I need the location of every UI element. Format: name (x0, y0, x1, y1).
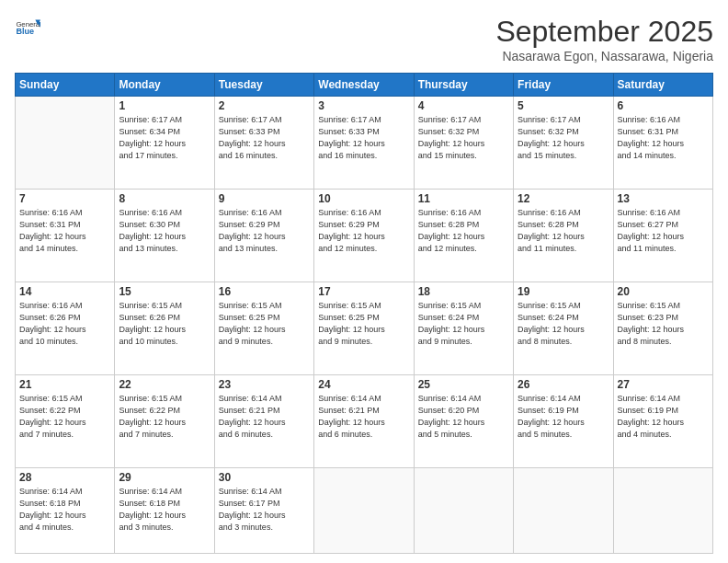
day-info: Sunrise: 6:15 AM Sunset: 6:24 PM Dayligh… (418, 300, 509, 348)
calendar-cell: 26Sunrise: 6:14 AM Sunset: 6:19 PM Dayli… (514, 375, 613, 468)
day-number: 1 (119, 99, 210, 112)
calendar-cell: 2Sunrise: 6:17 AM Sunset: 6:33 PM Daylig… (214, 97, 313, 190)
day-info: Sunrise: 6:14 AM Sunset: 6:20 PM Dayligh… (418, 393, 509, 441)
calendar-cell (613, 468, 712, 554)
day-number: 7 (19, 192, 110, 205)
calendar-cell: 11Sunrise: 6:16 AM Sunset: 6:28 PM Dayli… (414, 190, 513, 282)
day-info: Sunrise: 6:15 AM Sunset: 6:22 PM Dayligh… (119, 393, 210, 441)
calendar-cell: 4Sunrise: 6:17 AM Sunset: 6:32 PM Daylig… (414, 97, 513, 190)
calendar-cell: 14Sunrise: 6:16 AM Sunset: 6:26 PM Dayli… (16, 282, 115, 375)
calendar-cell: 13Sunrise: 6:16 AM Sunset: 6:27 PM Dayli… (613, 190, 712, 282)
day-header-tuesday: Tuesday (214, 74, 313, 97)
calendar-week-2: 7Sunrise: 6:16 AM Sunset: 6:31 PM Daylig… (16, 190, 713, 282)
day-info: Sunrise: 6:17 AM Sunset: 6:34 PM Dayligh… (119, 114, 210, 162)
day-number: 22 (119, 378, 210, 391)
day-info: Sunrise: 6:16 AM Sunset: 6:31 PM Dayligh… (618, 114, 709, 162)
day-number: 6 (618, 99, 709, 112)
day-info: Sunrise: 6:17 AM Sunset: 6:32 PM Dayligh… (418, 114, 509, 162)
day-info: Sunrise: 6:15 AM Sunset: 6:23 PM Dayligh… (618, 300, 709, 348)
calendar-cell: 24Sunrise: 6:14 AM Sunset: 6:21 PM Dayli… (314, 375, 414, 468)
day-header-friday: Friday (514, 74, 613, 97)
day-info: Sunrise: 6:16 AM Sunset: 6:28 PM Dayligh… (418, 207, 509, 255)
day-number: 5 (518, 99, 609, 112)
calendar-week-5: 28Sunrise: 6:14 AM Sunset: 6:18 PM Dayli… (16, 468, 713, 554)
day-info: Sunrise: 6:17 AM Sunset: 6:32 PM Dayligh… (518, 114, 609, 162)
page: General Blue September 2025 Nasarawa Ego… (0, 0, 728, 563)
calendar-cell: 16Sunrise: 6:15 AM Sunset: 6:25 PM Dayli… (214, 282, 313, 375)
day-info: Sunrise: 6:15 AM Sunset: 6:22 PM Dayligh… (19, 393, 110, 441)
day-number: 27 (618, 378, 709, 391)
calendar-cell: 28Sunrise: 6:14 AM Sunset: 6:18 PM Dayli… (16, 468, 115, 554)
day-info: Sunrise: 6:15 AM Sunset: 6:25 PM Dayligh… (318, 300, 409, 348)
day-info: Sunrise: 6:15 AM Sunset: 6:25 PM Dayligh… (219, 300, 310, 348)
calendar-cell: 8Sunrise: 6:16 AM Sunset: 6:30 PM Daylig… (115, 190, 214, 282)
calendar-cell: 21Sunrise: 6:15 AM Sunset: 6:22 PM Dayli… (16, 375, 115, 468)
day-info: Sunrise: 6:14 AM Sunset: 6:17 PM Dayligh… (219, 486, 310, 534)
day-info: Sunrise: 6:14 AM Sunset: 6:18 PM Dayligh… (119, 486, 210, 534)
day-number: 25 (418, 378, 509, 391)
calendar-cell: 20Sunrise: 6:15 AM Sunset: 6:23 PM Dayli… (613, 282, 712, 375)
day-number: 11 (418, 192, 509, 205)
calendar-cell: 23Sunrise: 6:14 AM Sunset: 6:21 PM Dayli… (214, 375, 313, 468)
calendar-cell: 5Sunrise: 6:17 AM Sunset: 6:32 PM Daylig… (514, 97, 613, 190)
day-number: 18 (418, 285, 509, 298)
calendar-cell (414, 468, 513, 554)
calendar-cell: 3Sunrise: 6:17 AM Sunset: 6:33 PM Daylig… (314, 97, 414, 190)
day-info: Sunrise: 6:14 AM Sunset: 6:19 PM Dayligh… (518, 393, 609, 441)
day-info: Sunrise: 6:17 AM Sunset: 6:33 PM Dayligh… (318, 114, 409, 162)
day-number: 20 (618, 285, 709, 298)
day-info: Sunrise: 6:16 AM Sunset: 6:31 PM Dayligh… (19, 207, 110, 255)
day-info: Sunrise: 6:15 AM Sunset: 6:24 PM Dayligh… (518, 300, 609, 348)
location-subtitle: Nasarawa Egon, Nassarawa, Nigeria (495, 49, 713, 63)
day-number: 21 (19, 378, 110, 391)
calendar-week-3: 14Sunrise: 6:16 AM Sunset: 6:26 PM Dayli… (16, 282, 713, 375)
day-number: 19 (518, 285, 609, 298)
calendar-cell (514, 468, 613, 554)
logo-icon: General Blue (15, 15, 40, 40)
day-number: 10 (318, 192, 409, 205)
day-info: Sunrise: 6:16 AM Sunset: 6:28 PM Dayligh… (518, 207, 609, 255)
calendar-cell: 22Sunrise: 6:15 AM Sunset: 6:22 PM Dayli… (115, 375, 214, 468)
day-number: 8 (119, 192, 210, 205)
day-info: Sunrise: 6:14 AM Sunset: 6:18 PM Dayligh… (19, 486, 110, 534)
calendar-week-4: 21Sunrise: 6:15 AM Sunset: 6:22 PM Dayli… (16, 375, 713, 468)
day-number: 9 (219, 192, 310, 205)
day-info: Sunrise: 6:16 AM Sunset: 6:26 PM Dayligh… (19, 300, 110, 348)
calendar-cell: 9Sunrise: 6:16 AM Sunset: 6:29 PM Daylig… (214, 190, 313, 282)
calendar-cell: 17Sunrise: 6:15 AM Sunset: 6:25 PM Dayli… (314, 282, 414, 375)
calendar-cell: 10Sunrise: 6:16 AM Sunset: 6:29 PM Dayli… (314, 190, 414, 282)
day-info: Sunrise: 6:16 AM Sunset: 6:29 PM Dayligh… (318, 207, 409, 255)
day-number: 15 (119, 285, 210, 298)
calendar-cell: 29Sunrise: 6:14 AM Sunset: 6:18 PM Dayli… (115, 468, 214, 554)
day-header-saturday: Saturday (613, 74, 712, 97)
calendar-week-1: 1Sunrise: 6:17 AM Sunset: 6:34 PM Daylig… (16, 97, 713, 190)
day-number: 2 (219, 99, 310, 112)
calendar-cell: 15Sunrise: 6:15 AM Sunset: 6:26 PM Dayli… (115, 282, 214, 375)
day-info: Sunrise: 6:15 AM Sunset: 6:26 PM Dayligh… (119, 300, 210, 348)
day-info: Sunrise: 6:17 AM Sunset: 6:33 PM Dayligh… (219, 114, 310, 162)
calendar-cell: 1Sunrise: 6:17 AM Sunset: 6:34 PM Daylig… (115, 97, 214, 190)
day-number: 13 (618, 192, 709, 205)
day-number: 23 (219, 378, 310, 391)
calendar-cell: 27Sunrise: 6:14 AM Sunset: 6:19 PM Dayli… (613, 375, 712, 468)
day-info: Sunrise: 6:16 AM Sunset: 6:27 PM Dayligh… (618, 207, 709, 255)
day-header-monday: Monday (115, 74, 214, 97)
day-header-thursday: Thursday (414, 74, 513, 97)
day-number: 4 (418, 99, 509, 112)
calendar-cell: 19Sunrise: 6:15 AM Sunset: 6:24 PM Dayli… (514, 282, 613, 375)
calendar-cell (314, 468, 414, 554)
calendar-cell: 18Sunrise: 6:15 AM Sunset: 6:24 PM Dayli… (414, 282, 513, 375)
calendar-cell: 6Sunrise: 6:16 AM Sunset: 6:31 PM Daylig… (613, 97, 712, 190)
svg-text:Blue: Blue (16, 27, 34, 36)
calendar-cell (16, 97, 115, 190)
day-info: Sunrise: 6:14 AM Sunset: 6:19 PM Dayligh… (618, 393, 709, 441)
day-number: 30 (219, 471, 310, 484)
day-info: Sunrise: 6:14 AM Sunset: 6:21 PM Dayligh… (219, 393, 310, 441)
day-info: Sunrise: 6:16 AM Sunset: 6:30 PM Dayligh… (119, 207, 210, 255)
day-number: 12 (518, 192, 609, 205)
day-number: 3 (318, 99, 409, 112)
day-header-wednesday: Wednesday (314, 74, 414, 97)
calendar-cell: 25Sunrise: 6:14 AM Sunset: 6:20 PM Dayli… (414, 375, 513, 468)
day-number: 14 (19, 285, 110, 298)
header: General Blue September 2025 Nasarawa Ego… (15, 15, 713, 63)
